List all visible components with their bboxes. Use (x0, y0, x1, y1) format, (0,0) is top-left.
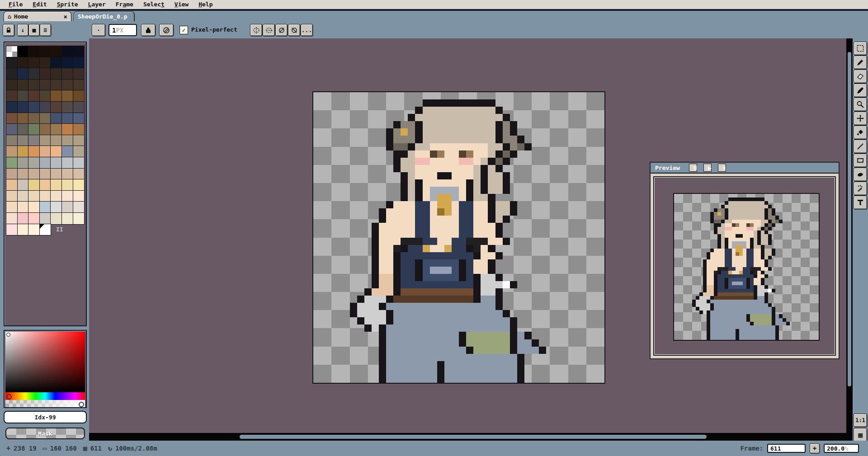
tab-sprite-file[interactable]: SheepOrDie_0.p (74, 11, 135, 21)
line-tool-button[interactable] (854, 140, 867, 153)
palette-swatch-26[interactable] (62, 80, 73, 91)
palette-swatch-16[interactable] (28, 68, 40, 80)
palette-swatch-0[interactable] (6, 46, 18, 57)
contour-tool-button[interactable] (854, 168, 867, 181)
palette-swatch-11[interactable] (51, 57, 62, 69)
palette-swatch-96[interactable] (62, 191, 73, 202)
zoom-tool-button[interactable] (854, 98, 867, 111)
palette-swatch-88[interactable] (51, 179, 62, 191)
frame-input[interactable]: 611 (767, 444, 806, 453)
dynamics-button[interactable] (159, 24, 174, 36)
palette-swatch-8[interactable] (18, 57, 29, 69)
new-frame-button[interactable]: + (810, 443, 820, 453)
palette-swatch-34[interactable] (73, 90, 85, 102)
palette-swatch-68[interactable] (62, 146, 73, 157)
brush-size-input[interactable]: 1PX (108, 24, 137, 36)
menu-sprite[interactable]: Sprite (52, 0, 83, 9)
palette-swatch-104[interactable] (73, 202, 85, 213)
spray-tool-button[interactable] (854, 182, 867, 195)
palette-swatch-99[interactable] (18, 202, 29, 213)
palette-swatch-78[interactable] (18, 169, 29, 180)
palette-swatch-27[interactable] (73, 80, 85, 91)
palette-swatch-106[interactable] (18, 213, 29, 224)
palette-swatch-52[interactable] (40, 124, 51, 135)
palette-swatch-102[interactable] (51, 202, 62, 213)
palette-swatch-103[interactable] (62, 202, 73, 213)
horizontal-scrollbar-thumb[interactable] (240, 435, 707, 439)
palette-swatch-6[interactable] (73, 46, 85, 57)
palette-swatch-17[interactable] (40, 68, 51, 80)
palette-swatch-40[interactable] (62, 102, 73, 113)
palette-swatch-85[interactable] (18, 179, 29, 191)
palette-swatch-55[interactable] (73, 124, 85, 135)
palette-swatch-25[interactable] (51, 80, 62, 91)
brush-type-button[interactable]: · (92, 24, 105, 36)
symmetry-options-button[interactable]: ... (301, 24, 313, 36)
menu-view[interactable]: View (170, 0, 193, 9)
palette-swatch-97[interactable] (73, 191, 85, 202)
vertical-scrollbar-thumb[interactable] (848, 52, 851, 386)
palette-swatch-105[interactable] (6, 213, 18, 224)
palette-swatch-76[interactable] (73, 157, 85, 169)
color-gradient-picker[interactable] (5, 332, 85, 392)
palette-swatch-72[interactable] (28, 157, 40, 169)
menu-file[interactable]: File (4, 0, 28, 9)
palette-swatch-87[interactable] (40, 179, 51, 191)
alpha-slider[interactable] (5, 400, 85, 407)
palette-swatch-15[interactable] (18, 68, 29, 80)
palette-swatch-7[interactable] (6, 57, 18, 69)
palette-swatch-65[interactable] (28, 146, 40, 157)
fill-mode-button[interactable]: ■ (28, 24, 40, 36)
palette-swatch-81[interactable] (51, 169, 62, 180)
menu-edit[interactable]: Edit (28, 0, 52, 9)
palette-swatch-75[interactable] (62, 157, 73, 169)
preview-center-button[interactable]: ⊡ (689, 164, 697, 172)
palette-swatch-115[interactable] (40, 224, 51, 235)
palette-swatch-10[interactable] (40, 57, 51, 69)
palette-swatch-28[interactable] (6, 90, 18, 102)
palette-swatch-61[interactable] (62, 135, 73, 146)
pencil-tool-button[interactable] (854, 56, 867, 69)
palette-swatch-109[interactable] (51, 213, 62, 224)
palette-swatch-77[interactable] (6, 169, 18, 180)
palette-swatch-18[interactable] (51, 68, 62, 80)
text-tool-button[interactable] (854, 196, 867, 209)
palette-swatch-23[interactable] (28, 80, 40, 91)
palette-swatch-92[interactable] (18, 191, 29, 202)
palette-swatch-95[interactable] (51, 191, 62, 202)
symmetry-vertical-button[interactable] (250, 24, 262, 36)
mask-color-button[interactable]: Mask (5, 428, 85, 439)
palette-swatch-41[interactable] (73, 102, 85, 113)
palette-swatch-86[interactable] (28, 179, 40, 191)
palette-swatch-66[interactable] (40, 146, 51, 157)
palette-swatch-110[interactable] (62, 213, 73, 224)
palette-swatch-57[interactable] (18, 135, 29, 146)
pixel-perfect-checkbox[interactable]: ✓ (179, 26, 188, 34)
palette-swatch-9[interactable] (28, 57, 40, 69)
palette-swatch-113[interactable] (18, 224, 29, 235)
palette-swatch-54[interactable] (62, 124, 73, 135)
palette-swatch-100[interactable] (28, 202, 40, 213)
palette-swatch-30[interactable] (28, 90, 40, 102)
hue-marker[interactable] (6, 394, 12, 400)
palette-swatch-82[interactable] (62, 169, 73, 180)
palette-swatch-111[interactable] (73, 213, 85, 224)
palette-swatch-33[interactable] (62, 90, 73, 102)
palette-swatch-20[interactable] (73, 68, 85, 80)
palette-swatch-32[interactable] (51, 90, 62, 102)
palette-swatch-74[interactable] (51, 157, 62, 169)
move-tool-button[interactable] (854, 112, 867, 125)
symmetry-horizontal-button[interactable] (263, 24, 275, 36)
palette-swatch-59[interactable] (40, 135, 51, 146)
palette-swatch-39[interactable] (51, 102, 62, 113)
palette-swatch-31[interactable] (40, 90, 51, 102)
timeline-button[interactable]: ▦ (854, 428, 867, 442)
palette-swatch-79[interactable] (28, 169, 40, 180)
palette-swatch-64[interactable] (18, 146, 29, 157)
palette-swatch-1[interactable] (18, 46, 29, 57)
symmetry-diagonal-button[interactable] (275, 24, 288, 36)
menu-help[interactable]: Help (193, 0, 217, 9)
palette-swatch-22[interactable] (18, 80, 29, 91)
palette-swatch-114[interactable] (28, 224, 40, 235)
palette-swatch-98[interactable] (6, 202, 18, 213)
